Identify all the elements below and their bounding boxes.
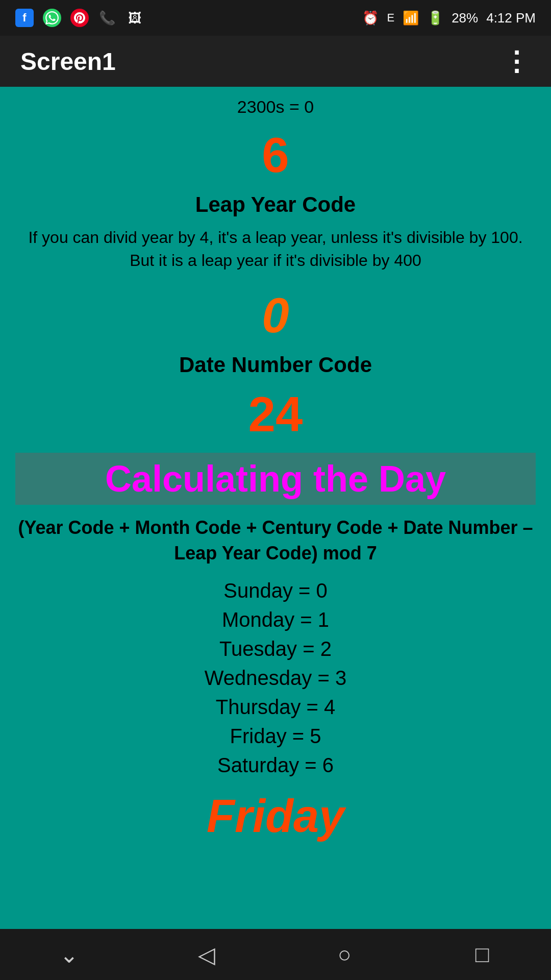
facebook-icon: f	[15, 9, 34, 27]
leap-year-code-title: Leap Year Code	[195, 192, 356, 217]
battery-icon: 🔋	[427, 10, 443, 26]
day-tuesday: Tuesday = 2	[219, 638, 332, 660]
century-formula-text: 2300s = 0	[237, 97, 314, 117]
pinterest-icon	[70, 9, 89, 27]
day-saturday: Saturday = 6	[217, 754, 334, 777]
day-sunday: Sunday = 0	[223, 579, 328, 602]
chevron-down-button[interactable]: ⌄	[48, 934, 89, 975]
phone-icon: 📞	[98, 9, 116, 27]
app-title: Screen1	[20, 47, 116, 76]
alarm-icon: ⏰	[362, 10, 379, 26]
whatsapp-icon	[43, 9, 61, 27]
leap-year-description: If you can divid year by 4, it's a leap …	[15, 226, 536, 272]
home-button[interactable]: ○	[324, 934, 365, 975]
formula-description: (Year Code + Month Code + Century Code +…	[15, 515, 536, 567]
date-number-value: 0	[262, 287, 289, 344]
status-bar-left: f 📞 🖼	[15, 9, 144, 27]
date-number-code-title: Date Number Code	[179, 353, 372, 377]
network-icon: E	[387, 11, 394, 24]
bottom-nav: ⌄ ◁ ○ □	[0, 929, 551, 980]
calculating-day-title: Calculating the Day	[15, 453, 536, 505]
day-friday: Friday = 5	[230, 725, 321, 748]
image-icon: 🖼	[126, 9, 144, 27]
main-content: 2300s = 0 6 Leap Year Code If you can di…	[0, 87, 551, 929]
battery-percent: 28%	[452, 10, 478, 26]
app-bar: Screen1 ⋮	[0, 36, 551, 87]
status-bar: f 📞 🖼 ⏰ E 📶 🔋 28% 4:12 PM	[0, 0, 551, 36]
back-button[interactable]: ◁	[186, 934, 227, 975]
leap-year-value: 6	[262, 127, 289, 183]
status-bar-right: ⏰ E 📶 🔋 28% 4:12 PM	[362, 10, 536, 26]
result-day: Friday	[207, 790, 344, 843]
sum-value: 24	[248, 386, 303, 443]
day-wednesday: Wednesday = 3	[205, 667, 346, 690]
day-thursday: Thursday = 4	[216, 696, 336, 719]
day-monday: Monday = 1	[222, 608, 329, 631]
signal-bars: 📶	[403, 10, 419, 26]
recents-button[interactable]: □	[462, 934, 503, 975]
overflow-menu-button[interactable]: ⋮	[503, 46, 531, 77]
clock: 4:12 PM	[486, 10, 536, 26]
